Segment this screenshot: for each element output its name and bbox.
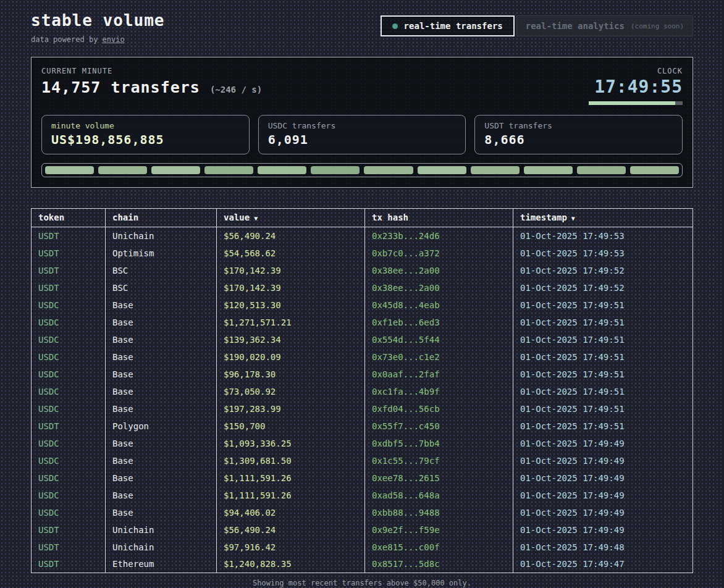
powered-by-prefix: data powered by xyxy=(31,35,103,44)
cell-tx-hash[interactable]: 0xdbf5...7bb4 xyxy=(365,435,513,452)
cell-chain: Unichain xyxy=(106,539,217,556)
cell-value: $1,240,828.35 xyxy=(217,556,365,573)
table-row: USDTOptimism$54,568.620xb7c0...a37201-Oc… xyxy=(32,245,693,262)
envio-link[interactable]: envio xyxy=(103,35,125,44)
cell-token: USDC xyxy=(32,487,106,504)
cell-tx-hash[interactable]: 0x55f7...c450 xyxy=(365,418,513,435)
cell-tx-hash[interactable]: 0xe815...c00f xyxy=(365,539,513,556)
clock-block: CLOCK 17:49:55 xyxy=(589,67,683,105)
cell-timestamp: 01-Oct-2025 17:49:51 xyxy=(513,331,693,348)
tab-bar: real-time transfers real-time analytics … xyxy=(381,15,693,36)
activity-bar xyxy=(41,163,683,177)
cell-token: USDC xyxy=(32,331,106,348)
cell-value: $54,568.62 xyxy=(217,245,365,262)
cell-tx-hash[interactable]: 0x38ee...2a00 xyxy=(365,262,513,279)
cell-tx-hash[interactable]: 0x73e0...c1e2 xyxy=(365,348,513,366)
cell-token: USDC xyxy=(32,452,106,469)
cell-chain: Base xyxy=(106,314,217,331)
cell-tx-hash[interactable]: 0xbb88...9488 xyxy=(365,504,513,521)
cell-tx-hash[interactable]: 0x45d8...4eab xyxy=(365,296,513,314)
cell-token: USDC xyxy=(32,435,106,452)
cell-token: USDT xyxy=(32,521,106,539)
cell-chain: Base xyxy=(106,296,217,314)
activity-segment xyxy=(524,166,573,174)
table-row: USDCBase$1,309,681.500x1c55...79cf01-Oct… xyxy=(32,452,693,469)
cell-timestamp: 01-Oct-2025 17:49:49 xyxy=(513,487,693,504)
cell-chain: Unichain xyxy=(106,227,217,245)
cell-value: $73,050.92 xyxy=(217,383,365,400)
column-header-value[interactable]: value▼ xyxy=(217,209,365,227)
column-header-timestamp[interactable]: timestamp▼ xyxy=(513,209,693,227)
cell-value: $139,362.34 xyxy=(217,331,365,348)
table-row: USDTUnichain$56,490.240x9e2f...f59e01-Oc… xyxy=(32,521,693,539)
cell-chain: Base xyxy=(106,331,217,348)
coming-soon-note: (coming soon) xyxy=(631,22,684,30)
transfers-count: 14,757 xyxy=(41,78,101,96)
cell-value: $94,406.02 xyxy=(217,504,365,521)
table-row: USDTUnichain$97,916.420xe815...c00f01-Oc… xyxy=(32,539,693,556)
cell-token: USDT xyxy=(32,539,106,556)
column-label: value xyxy=(224,212,250,222)
cell-tx-hash[interactable]: 0xad58...648a xyxy=(365,487,513,504)
cell-token: USDC xyxy=(32,400,106,418)
sort-desc-icon: ▼ xyxy=(254,215,258,222)
cell-token: USDC xyxy=(32,366,106,383)
cell-tx-hash[interactable]: 0x9e2f...f59e xyxy=(365,521,513,539)
table-row: USDCBase$1,111,591.260xee78...261501-Oct… xyxy=(32,469,693,487)
cell-token: USDC xyxy=(32,348,106,366)
cell-chain: Base xyxy=(106,400,217,418)
minute-progress-bar xyxy=(589,101,683,105)
cell-chain: Base xyxy=(106,504,217,521)
top-bar: stable volume data powered by envio real… xyxy=(31,9,693,44)
transfers-tbody: USDTUnichain$56,490.240x233b...24d601-Oc… xyxy=(32,227,693,573)
column-label: chain xyxy=(112,212,138,222)
transfers-table-header: token chain value▼ tx hash timestamp▼ xyxy=(32,209,693,227)
tab-real-time-transfers[interactable]: real-time transfers xyxy=(381,15,515,36)
cell-tx-hash[interactable]: 0xf1eb...6ed3 xyxy=(365,314,513,331)
clock-label: CLOCK xyxy=(589,67,683,75)
cell-value: $56,490.24 xyxy=(217,227,365,245)
brand-block: stable volume data powered by envio xyxy=(31,9,165,44)
cell-value: $197,283.99 xyxy=(217,400,365,418)
cell-chain: Optimism xyxy=(106,245,217,262)
transfers-table: token chain value▼ tx hash timestamp▼ US… xyxy=(31,208,693,573)
table-row: USDCBase$139,362.340x554d...5f4401-Oct-2… xyxy=(32,331,693,348)
cell-timestamp: 01-Oct-2025 17:49:49 xyxy=(513,435,693,452)
activity-segment xyxy=(418,166,466,174)
cell-tx-hash[interactable]: 0xee78...2615 xyxy=(365,469,513,487)
cell-tx-hash[interactable]: 0x554d...5f44 xyxy=(365,331,513,348)
table-row: USDCBase$197,283.990xfd04...56cb01-Oct-2… xyxy=(32,400,693,418)
usdt-transfers-label: USDT transfers xyxy=(484,121,673,130)
page: stable volume data powered by envio real… xyxy=(0,0,724,588)
cell-tx-hash[interactable]: 0x8517...5d8c xyxy=(365,556,513,573)
cell-timestamp: 01-Oct-2025 17:49:52 xyxy=(513,279,693,296)
cell-timestamp: 01-Oct-2025 17:49:51 xyxy=(513,348,693,366)
transfers-rate: (~246 / s) xyxy=(210,85,262,94)
cell-timestamp: 01-Oct-2025 17:49:51 xyxy=(513,383,693,400)
tab-real-time-analytics: real-time analytics (coming soon) xyxy=(516,15,693,36)
column-label: token xyxy=(38,212,64,222)
table-row: USDCBase$1,271,571.210xf1eb...6ed301-Oct… xyxy=(32,314,693,331)
table-row: USDCBase$1,093,336.250xdbf5...7bb401-Oct… xyxy=(32,435,693,452)
activity-segment xyxy=(630,166,679,174)
cell-token: USDC xyxy=(32,469,106,487)
cell-token: USDT xyxy=(32,279,106,296)
cell-tx-hash[interactable]: 0xc1fa...4b9f xyxy=(365,383,513,400)
cell-chain: Base xyxy=(106,366,217,383)
activity-segment xyxy=(364,166,413,174)
cell-tx-hash[interactable]: 0xfd04...56cb xyxy=(365,400,513,418)
cell-tx-hash[interactable]: 0x0aaf...2faf xyxy=(365,366,513,383)
activity-segment xyxy=(45,166,94,174)
cell-timestamp: 01-Oct-2025 17:49:49 xyxy=(513,521,693,539)
cell-tx-hash[interactable]: 0x38ee...2a00 xyxy=(365,279,513,296)
current-minute-label: CURRENT MINUTE xyxy=(41,67,262,75)
cell-chain: Base xyxy=(106,348,217,366)
cell-value: $120,513.30 xyxy=(217,296,365,314)
cell-tx-hash[interactable]: 0x233b...24d6 xyxy=(365,227,513,245)
column-label: tx hash xyxy=(372,212,408,222)
cell-timestamp: 01-Oct-2025 17:49:51 xyxy=(513,314,693,331)
column-header-chain: chain xyxy=(106,209,217,227)
cell-tx-hash[interactable]: 0x1c55...79cf xyxy=(365,452,513,469)
cell-tx-hash[interactable]: 0xb7c0...a372 xyxy=(365,245,513,262)
cell-value: $97,916.42 xyxy=(217,539,365,556)
